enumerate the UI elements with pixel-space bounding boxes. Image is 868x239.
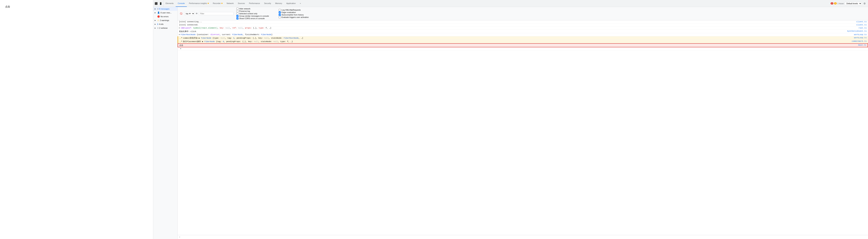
- log-source[interactable]: client.ts: [856, 21, 867, 23]
- option-cors-errors[interactable]: Show CORS errors in console: [237, 18, 269, 20]
- expand-icon: ▶: [155, 8, 156, 10]
- expand-arrow-icon: ▶: [179, 34, 180, 35]
- log-text: FiberRootNode {container: div#root, curr…: [181, 34, 852, 36]
- warning-count-badge: 1: [834, 2, 837, 4]
- options-row-1: 🚫 top ▼ 👁 Hide network: [179, 8, 867, 20]
- log-source[interactable]: SyntheticEvent.ts: [847, 30, 867, 32]
- sidebar-item-info[interactable]: ▶ ℹ 4 info: [153, 22, 178, 26]
- expand-icon: ▶: [155, 12, 156, 13]
- console-log: [vite] connecting... client.ts [vite] co…: [178, 20, 868, 235]
- error-count-badge: 2: [831, 2, 833, 4]
- expand-arrow-icon: ▶: [179, 27, 180, 29]
- selected-context-checkbox[interactable]: [237, 12, 239, 14]
- log-source[interactable]: main.ts: [858, 44, 866, 46]
- console-input[interactable]: [181, 236, 867, 238]
- expand-arrow-icon: ▶: [181, 37, 182, 39]
- devtools-tabs: Elements Console Performance insights Re…: [163, 0, 829, 7]
- option-eager-eval[interactable]: Eager evaluation: [279, 11, 309, 13]
- device-mode-button[interactable]: 📱: [158, 1, 163, 6]
- messages-icon: ≡: [157, 8, 158, 10]
- sidebar-item-user-messages[interactable]: ▶ 👤 8 user mes...: [153, 11, 178, 14]
- tab-elements[interactable]: Elements: [163, 0, 176, 7]
- log-entry-prompt[interactable]: ▶: [178, 47, 868, 51]
- log-entry-init-event[interactable]: 初始化事件：click SyntheticEvent.ts: [178, 30, 868, 33]
- log-entry-symbol-react[interactable]: ▶ {$$typeof: Symbol(react.element), key:…: [178, 27, 868, 30]
- log-xml-checkbox[interactable]: [279, 9, 281, 11]
- tab-network[interactable]: Network: [224, 0, 236, 7]
- log-entry-fiber-root[interactable]: ▶ FiberRootNode {container: div#root, cu…: [178, 33, 868, 36]
- console-main: 🚫 top ▼ 👁 Hide network: [178, 7, 868, 239]
- performance-insights-warning-dot: [208, 3, 209, 4]
- option-group-similar[interactable]: Group similar messages in console: [237, 15, 269, 17]
- devtools-toolbar: ⬛ 📱 Elements Console Performance insight…: [153, 0, 868, 7]
- warning-icon: ⚠: [180, 40, 181, 43]
- page-text: 点击: [5, 5, 10, 8]
- expand-arrow-icon: ▶: [180, 48, 181, 50]
- hide-network-checkbox[interactable]: [237, 8, 239, 10]
- group-similar-checkbox[interactable]: [237, 15, 239, 17]
- filter-input[interactable]: [199, 12, 234, 15]
- log-text: commit阶段开始 ▶ FiberNode {type: null, tag:…: [183, 37, 852, 39]
- option-log-xml[interactable]: Log XMLHttpRequests: [279, 9, 309, 11]
- page-area: 点击: [0, 0, 153, 239]
- console-clear-button[interactable]: 🚫: [179, 11, 183, 16]
- tab-sources[interactable]: Sources: [236, 0, 247, 7]
- tab-console[interactable]: Console: [176, 0, 187, 7]
- option-autocomplete[interactable]: Autocomplete from history: [279, 14, 309, 16]
- recorder-warning-dot: [221, 3, 222, 4]
- sidebar-item-verbose[interactable]: ▶ ≡ 2 verbose: [153, 26, 178, 30]
- default-levels-select[interactable]: Default levels: [845, 2, 862, 5]
- tab-security[interactable]: Security: [262, 0, 273, 7]
- context-selector[interactable]: top ▼: [184, 12, 195, 15]
- prompt-arrow: >: [179, 236, 180, 238]
- log-source[interactable]: client.ts: [856, 24, 867, 26]
- log-source[interactable]: root.ts: [859, 27, 867, 29]
- log-source[interactable]: workLoop.ts: [854, 37, 867, 39]
- sidebar-item-all-messages[interactable]: ▶ ≡ 8 messages: [153, 7, 178, 11]
- expand-icon: ▶: [155, 27, 156, 29]
- log-entry-placement[interactable]: ⚠ ▶ 执行Placement操作 ▶ FiberNode {tag: 0, p…: [178, 40, 868, 43]
- expand-icon: ▶: [155, 23, 156, 25]
- log-text: [vite] connecting...: [179, 21, 855, 23]
- tab-recorder[interactable]: Recorder: [211, 0, 224, 7]
- devtools-panel: ⬛ 📱 Elements Console Performance insight…: [153, 0, 868, 239]
- log-text: 执行Placement操作 ▶ FiberNode {tag: 0, pendi…: [183, 40, 850, 43]
- tab-more[interactable]: »: [298, 0, 303, 7]
- sidebar-label: 2 warnings: [160, 19, 169, 21]
- expand-icon: ▶: [155, 20, 156, 21]
- autocomplete-checkbox[interactable]: [279, 14, 281, 16]
- expand-arrow-icon: ▶: [181, 40, 182, 42]
- sidebar-label: 4 info: [159, 23, 163, 25]
- log-source[interactable]: commitWork.ts: [851, 40, 867, 42]
- inspect-element-button[interactable]: ⬛: [154, 1, 158, 6]
- sidebar-label: No errors: [160, 16, 168, 18]
- option-eval-triggers[interactable]: Evaluate triggers user activation: [279, 16, 309, 18]
- filter-eye-icon[interactable]: 👁: [196, 12, 198, 15]
- option-preserve-log[interactable]: Preserve log: [237, 10, 269, 12]
- sidebar-item-warnings[interactable]: ▶ ⚠ 2 warnings: [153, 19, 178, 22]
- warning-icon: ⚠: [157, 19, 159, 22]
- sidebar-item-errors[interactable]: ▶ 🔴 No errors: [153, 14, 178, 19]
- info-icon: ℹ: [157, 23, 158, 25]
- option-hide-network[interactable]: Hide network: [237, 8, 269, 10]
- sidebar-label: 2 verbose: [159, 27, 167, 29]
- verbose-icon: ≡: [157, 27, 158, 29]
- eval-triggers-checkbox[interactable]: [279, 16, 281, 18]
- log-source[interactable]: workLoop.ts: [854, 34, 867, 36]
- log-entry-vite-connected[interactable]: [vite] connected. client.ts: [178, 24, 868, 27]
- log-entry-vite-connecting[interactable]: [vite] connecting... client.ts: [178, 20, 868, 24]
- log-text: 初始化事件：click: [179, 30, 846, 33]
- settings-button[interactable]: ⚙: [862, 1, 867, 6]
- eager-eval-checkbox[interactable]: [279, 11, 281, 13]
- cors-errors-checkbox[interactable]: [237, 18, 239, 20]
- option-selected-context[interactable]: Selected context only: [237, 12, 269, 14]
- log-entry-commit-start[interactable]: ⚠ ▶ commit阶段开始 ▶ FiberNode {type: null, …: [178, 36, 868, 40]
- tab-performance[interactable]: Performance: [247, 0, 262, 7]
- log-entry-click-text[interactable]: 点击 main.ts: [178, 43, 868, 47]
- preserve-log-checkbox[interactable]: [237, 10, 239, 12]
- tab-performance-insights[interactable]: Performance insights: [187, 0, 211, 7]
- tab-application[interactable]: Application: [284, 0, 298, 7]
- issue-count: 1 Issue:: [837, 2, 844, 4]
- tab-memory[interactable]: Memory: [273, 0, 284, 7]
- sidebar-label: 8 messages: [159, 8, 169, 10]
